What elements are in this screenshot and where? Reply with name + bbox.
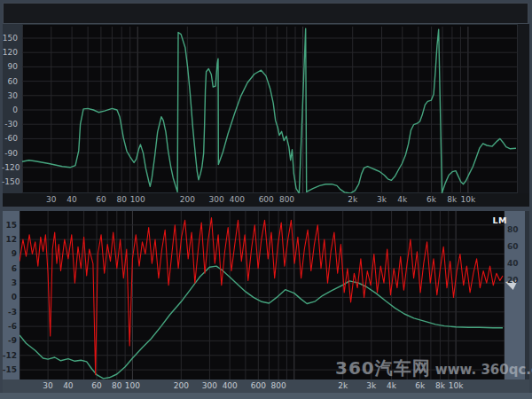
y-tick-label: -90 bbox=[2, 149, 18, 158]
top-right-gutter bbox=[518, 24, 529, 193]
x-tick-label: 6k bbox=[420, 195, 443, 204]
y-tick-label: -150 bbox=[2, 177, 18, 186]
right-y-tick-label: 20 bbox=[507, 276, 521, 285]
y-tick-label: -3 bbox=[1, 308, 17, 317]
bottom-right-frame bbox=[525, 211, 529, 379]
x-tick-label: 10k bbox=[444, 381, 467, 390]
x-tick-label: 200 bbox=[176, 195, 199, 204]
top-phase-chart[interactable] bbox=[22, 27, 518, 193]
y-tick-label: 9 bbox=[1, 249, 17, 258]
x-tick-label: 2k bbox=[341, 195, 364, 204]
x-tick-label: 40 bbox=[57, 381, 80, 390]
x-tick-label: 3k bbox=[370, 195, 393, 204]
y-tick-label: 0 bbox=[1, 293, 17, 301]
x-tick-label: 100 bbox=[121, 381, 144, 390]
watermark-site: www. 360qc.com bbox=[435, 362, 532, 378]
right-y-tick-label: 80 bbox=[507, 225, 521, 234]
y-tick-label: 15 bbox=[1, 221, 17, 230]
x-tick-label: 200 bbox=[169, 381, 192, 390]
live-spectrum-trace bbox=[20, 218, 503, 375]
y-tick-label: 90 bbox=[2, 62, 18, 71]
y-tick-label: -9 bbox=[1, 336, 17, 345]
x-tick-label: 800 bbox=[267, 381, 290, 390]
x-tick-label: 4k bbox=[391, 195, 414, 204]
x-tick-label: 600 bbox=[254, 195, 278, 204]
x-tick-label: 40 bbox=[60, 195, 83, 204]
y-tick-label: 60 bbox=[2, 77, 18, 86]
y-tick-label: 6 bbox=[1, 264, 17, 273]
y-tick-label: -30 bbox=[2, 120, 18, 129]
y-tick-label: 3 bbox=[1, 278, 17, 287]
x-tick-label: 400 bbox=[218, 381, 241, 390]
y-tick-label: -120 bbox=[2, 163, 18, 172]
x-tick-label: 800 bbox=[276, 195, 299, 204]
y-tick-label: -60 bbox=[2, 134, 18, 143]
toolbar bbox=[3, 3, 528, 24]
x-tick-label: 4k bbox=[380, 381, 403, 390]
x-tick-label: 60 bbox=[90, 195, 113, 204]
x-tick-label: 400 bbox=[225, 195, 248, 204]
right-y-tick-label: 60 bbox=[507, 242, 521, 251]
y-tick-label: -6 bbox=[1, 322, 17, 331]
analyzer-window: { "window": { "lm_label": "LM" }, "water… bbox=[0, 0, 532, 399]
watermark-brand: 360汽车网 bbox=[335, 357, 431, 379]
y-tick-label: -15 bbox=[1, 365, 17, 374]
x-tick-label: 2k bbox=[332, 381, 355, 390]
bottom-spectrum-chart[interactable] bbox=[20, 211, 505, 379]
y-tick-label: 150 bbox=[2, 34, 18, 43]
bottom-frame-strip bbox=[0, 393, 532, 399]
watermark: 360汽车网 www. 360qc.com bbox=[335, 356, 528, 380]
x-tick-label: 300 bbox=[205, 195, 228, 204]
y-tick-label: 12 bbox=[1, 235, 17, 244]
x-tick-label: 30 bbox=[40, 195, 63, 204]
lm-mode-badge: LM bbox=[486, 215, 507, 225]
x-tick-label: 100 bbox=[126, 195, 149, 204]
y-tick-label: 0 bbox=[2, 106, 18, 114]
y-tick-label: -12 bbox=[1, 351, 17, 360]
right-y-tick-label: 40 bbox=[507, 259, 521, 268]
y-tick-label: 30 bbox=[2, 91, 18, 100]
bottom-right-axis-gutter bbox=[505, 211, 525, 379]
phase-trace bbox=[22, 28, 516, 193]
x-tick-label: 10k bbox=[457, 195, 480, 204]
y-tick-label: 120 bbox=[2, 48, 18, 57]
